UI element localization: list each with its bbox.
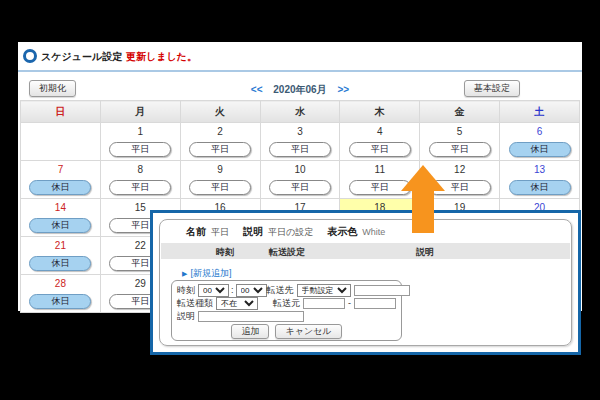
day-type-button[interactable]: 平日 xyxy=(429,142,491,157)
day-number: 7 xyxy=(21,161,100,177)
day-type-button[interactable]: 休日 xyxy=(29,218,91,233)
day-type-button[interactable]: 平日 xyxy=(349,142,411,157)
arrow-shaft xyxy=(412,191,434,233)
column-header-bar: 時刻 転送設定 説明 xyxy=(161,243,570,259)
day-type-button[interactable]: 休日 xyxy=(29,180,91,195)
day-number: 10 xyxy=(261,161,340,177)
description-input[interactable] xyxy=(198,311,304,322)
calendar-cell: 1平日 xyxy=(100,123,180,161)
form-description-label: 説明 xyxy=(177,310,195,323)
name-value: 平日 xyxy=(211,227,229,237)
day-header-3: 水 xyxy=(260,101,340,123)
basic-settings-button[interactable]: 基本設定 xyxy=(464,80,520,97)
orange-pointer-arrow-icon xyxy=(401,165,445,233)
cancel-button[interactable]: キャンセル xyxy=(275,324,341,339)
dialog-inner-panel: 名前平日説明平日の設定表示色White 時刻 転送設定 説明 ▶[新規追加] 時… xyxy=(159,219,572,346)
transfer-type-select[interactable]: 不在 xyxy=(216,297,258,310)
day-type-button[interactable]: 平日 xyxy=(109,180,171,195)
add-button[interactable]: 追加 xyxy=(231,324,269,339)
app-circle-icon xyxy=(23,49,37,63)
header-divider xyxy=(18,70,582,72)
dialog-meta-line: 名前平日説明平日の設定表示色White xyxy=(186,225,399,239)
day-number: 5 xyxy=(420,123,499,139)
day-number xyxy=(21,123,100,139)
page-title: スケジュール設定 xyxy=(41,50,122,64)
calendar-week-row: 7休日8平日9平日10平日11平日12平日13休日 xyxy=(21,161,580,199)
day-type-button[interactable]: 平日 xyxy=(269,142,331,157)
calendar-cell: 9平日 xyxy=(180,161,260,199)
calendar-cell xyxy=(21,123,101,161)
day-type-button[interactable]: 休日 xyxy=(509,180,571,195)
description-label: 説明 xyxy=(243,226,263,237)
day-type-button[interactable]: 休日 xyxy=(29,294,91,309)
description-value: 平日の設定 xyxy=(268,227,313,237)
calendar-cell: 3平日 xyxy=(260,123,340,161)
add-new-link-label: [新規追加] xyxy=(190,268,231,278)
calendar-cell: 21休日 xyxy=(21,237,101,275)
display-color-label: 表示色 xyxy=(327,226,357,237)
day-number: 1 xyxy=(101,123,180,139)
day-number: 6 xyxy=(500,123,579,139)
minute-select[interactable]: 00 xyxy=(236,284,267,297)
calendar-cell: 4平日 xyxy=(340,123,420,161)
form-buttons-row: 追加 キャンセル xyxy=(177,324,396,339)
time-label: 時刻 xyxy=(177,284,195,297)
next-month-button[interactable]: >> xyxy=(337,84,349,95)
add-new-link[interactable]: ▶[新規追加] xyxy=(182,267,231,280)
column-time: 時刻 xyxy=(216,246,234,259)
calendar-cell: 8平日 xyxy=(100,161,180,199)
form-row-transfer-type: 転送種類 不在 転送元 - xyxy=(177,297,396,309)
transfer-dest-label: 転送先 xyxy=(267,284,294,297)
form-row-time: 時刻 00 : 00 転送先 手動設定 xyxy=(177,284,396,296)
name-label: 名前 xyxy=(186,226,206,237)
calendar-cell: 10平日 xyxy=(260,161,340,199)
day-header-1: 月 xyxy=(100,101,180,123)
calendar-cell: 6休日 xyxy=(500,123,580,161)
day-type-button[interactable]: 休日 xyxy=(29,256,91,271)
calendar-cell: 5平日 xyxy=(420,123,500,161)
day-type-button[interactable]: 休日 xyxy=(509,142,571,157)
day-type-button[interactable]: 平日 xyxy=(189,142,251,157)
day-number: 8 xyxy=(101,161,180,177)
day-number: 21 xyxy=(21,237,100,253)
calendar-week-row: 1平日2平日3平日4平日5平日6休日 xyxy=(21,123,580,161)
transfer-dest-input[interactable] xyxy=(354,285,410,296)
day-header-4: 木 xyxy=(340,101,420,123)
update-status-message: 更新しました。 xyxy=(126,50,197,64)
screenshot-canvas: スケジュール設定 更新しました。 初期化 << 2020年06月 >> 基本設定… xyxy=(0,0,600,400)
transfer-type-label: 転送種類 xyxy=(177,297,213,310)
transfer-source-label: 転送元 xyxy=(273,297,300,310)
day-header-2: 火 xyxy=(180,101,260,123)
column-transfer-settings: 転送設定 xyxy=(269,246,305,259)
hour-select[interactable]: 00 xyxy=(198,284,229,297)
day-number: 28 xyxy=(21,275,100,291)
time-colon: : xyxy=(231,285,234,295)
day-type-button[interactable]: 平日 xyxy=(109,142,171,157)
calendar-cell: 13休日 xyxy=(500,161,580,199)
transfer-source-from-input[interactable] xyxy=(303,298,345,309)
transfer-entry-form: 時刻 00 : 00 転送先 手動設定 転送種類 不在 転送元 - xyxy=(171,280,402,341)
day-type-settings-dialog: 名前平日説明平日の設定表示色White 時刻 転送設定 説明 ▶[新規追加] 時… xyxy=(150,210,581,355)
calendar-header-row: 日月火水木金土 xyxy=(21,101,580,123)
calendar-cell: 14休日 xyxy=(21,199,101,237)
day-header-6: 土 xyxy=(500,101,580,123)
day-header-0: 日 xyxy=(21,101,101,123)
day-number: 4 xyxy=(340,123,419,139)
triangle-bullet-icon: ▶ xyxy=(182,270,187,277)
form-row-description: 説明 xyxy=(177,310,396,322)
day-number: 13 xyxy=(500,161,579,177)
display-color-value: White xyxy=(362,227,385,237)
day-type-button[interactable]: 平日 xyxy=(269,180,331,195)
calendar-cell: 28休日 xyxy=(21,275,101,313)
arrow-head xyxy=(401,165,445,191)
current-month-label: 2020年06月 xyxy=(273,84,326,95)
day-type-button[interactable]: 平日 xyxy=(189,180,251,195)
prev-month-button[interactable]: << xyxy=(251,84,263,95)
column-description: 説明 xyxy=(416,246,434,259)
calendar-cell: 2平日 xyxy=(180,123,260,161)
day-number: 14 xyxy=(21,199,100,215)
transfer-source-to-input[interactable] xyxy=(354,298,396,309)
calendar-cell: 7休日 xyxy=(21,161,101,199)
transfer-dest-select[interactable]: 手動設定 xyxy=(297,284,351,297)
day-number: 3 xyxy=(261,123,340,139)
